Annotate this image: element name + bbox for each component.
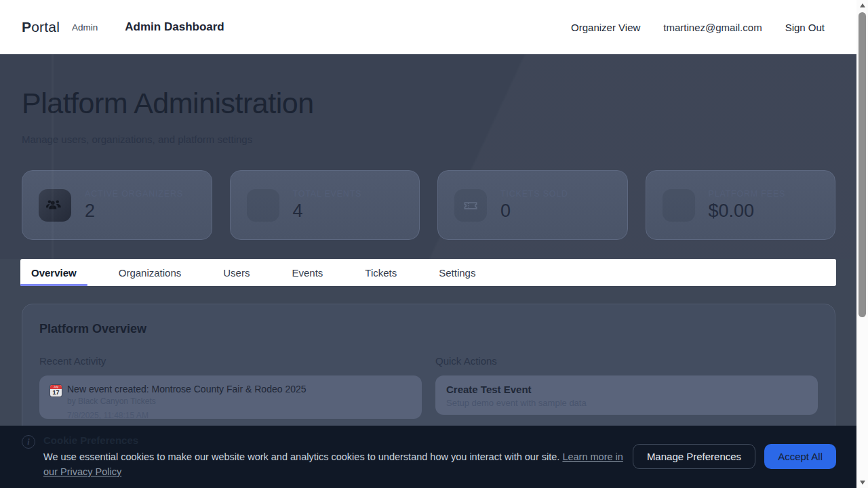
scroll-down-arrow[interactable]	[856, 477, 868, 488]
stat-card-tickets-sold: TICKETS SOLD 0	[437, 170, 628, 240]
activity-texts: New event created: Montrose County Fair …	[67, 384, 307, 419]
users-group-icon	[39, 189, 71, 222]
stat-label: ACTIVE ORGANIZERS	[85, 189, 183, 199]
vertical-scrollbar[interactable]	[856, 0, 868, 488]
manage-preferences-button[interactable]: Manage Preferences	[633, 444, 755, 469]
cookie-consent-banner: i Cookie Preferences We use essential co…	[0, 426, 856, 488]
activity-timestamp: 7/8/2025, 11:48:15 AM	[67, 411, 307, 419]
logo-initial: P	[22, 19, 31, 35]
portal-logo[interactable]: Portal	[22, 19, 60, 35]
logo-rest: ortal	[31, 19, 60, 35]
stats-row: ACTIVE ORGANIZERS 2 TOTAL EVENTS 4	[22, 170, 835, 240]
tab-events[interactable]: Events	[281, 259, 334, 286]
stat-value: $0.00	[709, 201, 786, 222]
info-icon: i	[22, 435, 35, 449]
scroll-up-arrow[interactable]	[856, 0, 868, 11]
stat-texts: TOTAL EVENTS 4	[293, 189, 362, 222]
quick-actions-heading: Quick Actions	[435, 355, 818, 367]
page-title: Admin Dashboard	[125, 20, 224, 34]
calendar-icon: July 17	[50, 385, 62, 396]
panel-title: Platform Overview	[39, 322, 818, 336]
admin-badge: Admin	[72, 22, 98, 33]
hero-title: Platform Administration	[22, 87, 835, 120]
create-test-event-card[interactable]: Create Test Event Setup demo event with …	[435, 375, 818, 415]
cookie-texts: Cookie Preferences We use essential cook…	[43, 434, 625, 479]
stat-label: PLATFORM FEES	[709, 189, 786, 199]
calendar-day: 17	[50, 389, 62, 396]
stat-card-platform-fees: PLATFORM FEES $0.00	[646, 170, 836, 240]
hero-section: Platform Administration Manage users, or…	[0, 54, 856, 259]
organizer-view-link[interactable]: Organizer View	[571, 22, 640, 33]
scrollbar-thumb[interactable]	[859, 12, 866, 317]
ticket-icon	[454, 189, 487, 222]
stat-texts: TICKETS SOLD 0	[500, 189, 568, 222]
recent-activity-column: Recent Activity July 17 New event create…	[39, 355, 422, 419]
navbar-actions: Organizer View tmartinez@gmail.com Sign …	[571, 22, 825, 33]
tab-tickets[interactable]: Tickets	[354, 259, 408, 286]
blank-icon	[247, 189, 279, 222]
cookie-banner-heading: Cookie Preferences	[43, 434, 625, 446]
stat-value: 4	[293, 201, 362, 222]
tab-overview[interactable]: Overview	[20, 259, 87, 286]
activity-title: New event created: Montrose County Fair …	[67, 384, 307, 394]
stat-label: TICKETS SOLD	[500, 189, 568, 199]
cookie-actions: Manage Preferences Accept All	[633, 444, 836, 469]
hero-subtitle: Manage users, organizations, and platfor…	[22, 134, 835, 145]
user-email: tmartinez@gmail.com	[663, 22, 762, 33]
overview-columns: Recent Activity July 17 New event create…	[39, 355, 818, 419]
activity-byline: by Black Canyon Tickets	[67, 396, 307, 406]
tab-users[interactable]: Users	[212, 259, 260, 286]
activity-list-item: July 17 New event created: Montrose Coun…	[39, 375, 422, 419]
stat-texts: PLATFORM FEES $0.00	[709, 189, 786, 222]
quick-action-description: Setup demo event with sample data	[446, 398, 807, 408]
stat-value: 0	[500, 201, 568, 222]
quick-action-title: Create Test Event	[446, 384, 807, 395]
stat-card-active-organizers: ACTIVE ORGANIZERS 2	[22, 170, 212, 240]
top-navbar: Portal Admin Admin Dashboard Organizer V…	[0, 0, 856, 54]
stat-texts: ACTIVE ORGANIZERS 2	[85, 189, 183, 222]
cookie-message: We use essential cookies to make our web…	[43, 449, 625, 479]
stat-card-total-events: TOTAL EVENTS 4	[230, 170, 420, 240]
blank-icon	[663, 189, 695, 222]
quick-actions-column: Quick Actions Create Test Event Setup de…	[435, 355, 818, 419]
hero-decor-line	[52, 54, 54, 259]
admin-tabbar: Overview Organizations Users Events Tick…	[20, 259, 836, 286]
tab-organizations[interactable]: Organizations	[108, 259, 193, 286]
stat-label: TOTAL EVENTS	[293, 189, 362, 199]
tab-settings[interactable]: Settings	[428, 259, 486, 286]
accept-all-button[interactable]: Accept All	[764, 444, 836, 469]
stat-value: 2	[85, 201, 183, 222]
sign-out-button[interactable]: Sign Out	[785, 22, 825, 33]
cookie-message-text: We use essential cookies to make our web…	[43, 451, 559, 462]
app-window: Portal Admin Admin Dashboard Organizer V…	[0, 0, 856, 488]
recent-activity-heading: Recent Activity	[39, 355, 422, 367]
